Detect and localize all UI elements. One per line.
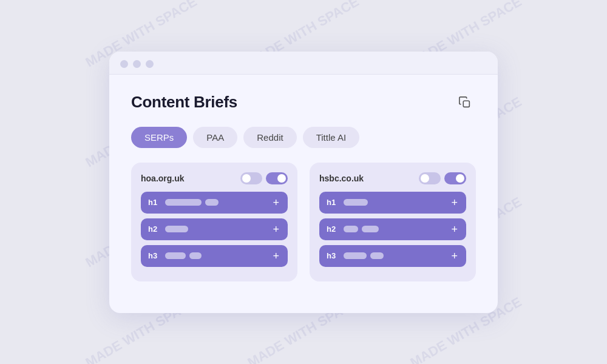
svg-rect-0	[463, 101, 469, 107]
heading-bars	[165, 199, 265, 206]
heading-label: h2	[148, 224, 159, 234]
toggle-knob	[421, 174, 429, 183]
bar-0	[344, 226, 358, 232]
heading-bars	[344, 226, 444, 232]
add-heading-button[interactable]: +	[271, 224, 280, 235]
heading-bars	[344, 252, 444, 259]
toggle-0-1[interactable]	[266, 172, 288, 184]
toggle-knob	[277, 174, 286, 183]
bar-0	[344, 199, 368, 206]
toggle-1-1[interactable]	[444, 172, 466, 184]
bar-1	[205, 199, 219, 206]
heading-row-1-1: h2+	[319, 218, 466, 240]
heading-label: h3	[148, 251, 159, 260]
card-0: hoa.org.ukh1+h2+h3+	[131, 163, 297, 281]
card-toggles-1	[419, 172, 466, 184]
heading-bars	[165, 226, 265, 232]
heading-label: h1	[327, 198, 337, 207]
dot-green	[146, 60, 154, 68]
tab-paa[interactable]: PAA	[193, 127, 237, 148]
heading-row-0-2: h3+	[141, 245, 288, 267]
bar-0	[165, 199, 202, 206]
browser-titlebar	[109, 52, 498, 75]
add-heading-button[interactable]: +	[450, 224, 459, 235]
toggle-0-0[interactable]	[240, 172, 262, 184]
tab-reddit[interactable]: Reddit	[243, 127, 296, 148]
heading-row-0-1: h2+	[141, 218, 288, 240]
card-toggles-0	[240, 172, 288, 184]
page-title: Content Briefs	[131, 93, 237, 112]
bar-0	[344, 252, 367, 259]
header-row: Content Briefs	[131, 92, 476, 113]
bar-1	[370, 252, 384, 259]
add-heading-button[interactable]: +	[450, 251, 459, 261]
tabs-row: SERPsPAARedditTittle AI	[131, 127, 476, 148]
add-heading-button[interactable]: +	[450, 197, 459, 208]
tab-serps[interactable]: SERPs	[131, 127, 187, 148]
bar-1	[189, 252, 202, 259]
heading-label: h1	[148, 198, 159, 207]
card-domain-1: hsbc.co.uk	[319, 174, 364, 183]
heading-label: h2	[327, 224, 337, 234]
heading-label: h3	[327, 251, 337, 260]
card-header-1: hsbc.co.uk	[319, 172, 466, 184]
cards-row: hoa.org.ukh1+h2+h3+hsbc.co.ukh1+h2+h3+	[131, 163, 476, 281]
toggle-1-0[interactable]	[419, 172, 441, 184]
add-heading-button[interactable]: +	[271, 251, 280, 261]
toggle-knob	[456, 174, 464, 183]
heading-row-0-0: h1+	[141, 192, 288, 214]
toggle-knob	[242, 174, 251, 183]
card-header-0: hoa.org.uk	[141, 172, 288, 184]
copy-button[interactable]	[454, 92, 476, 113]
bar-0	[165, 252, 186, 259]
browser-window: Content Briefs SERPsPAARedditTittle AI h…	[109, 52, 498, 313]
heading-row-1-2: h3+	[319, 245, 466, 267]
bar-0	[165, 226, 188, 232]
tab-tittle-ai[interactable]: Tittle AI	[303, 127, 359, 148]
dot-yellow	[133, 60, 141, 68]
bar-1	[362, 226, 379, 232]
heading-bars	[165, 252, 265, 259]
heading-bars	[344, 199, 444, 206]
heading-row-1-0: h1+	[319, 192, 466, 214]
dot-red	[120, 60, 128, 68]
browser-content: Content Briefs SERPsPAARedditTittle AI h…	[109, 75, 498, 294]
card-1: hsbc.co.ukh1+h2+h3+	[310, 163, 476, 281]
add-heading-button[interactable]: +	[271, 197, 280, 208]
copy-icon	[458, 96, 472, 109]
card-domain-0: hoa.org.uk	[141, 174, 185, 183]
